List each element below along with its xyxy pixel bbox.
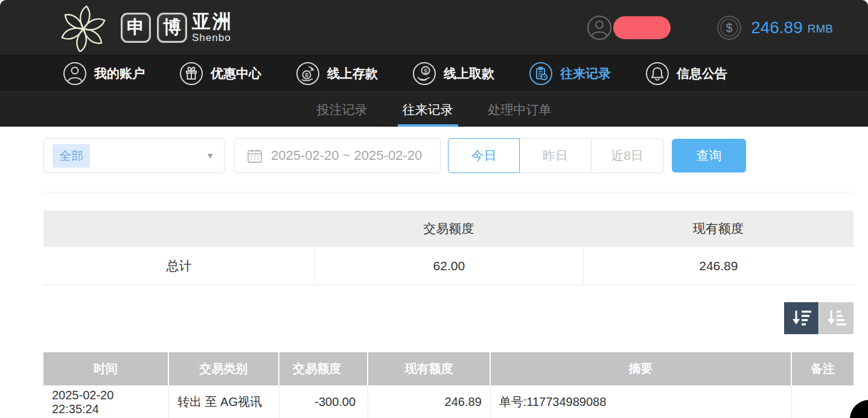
nav-label: 优惠中心 [211, 65, 261, 82]
nav-item-online-deposit[interactable]: 线上存款 [296, 62, 378, 86]
sort-ascending-button[interactable] [819, 302, 854, 334]
cell-balance: 246.89 [368, 385, 491, 418]
summary-header-balance: 现有额度 [583, 220, 854, 237]
summary-table: 交易额度 现有额度 总计 62.00 246.89 [43, 211, 854, 285]
filter-bar: 全部 ▼ 2025-02-20 ~ 2025-02-20 今日 昨日 近8日 查… [43, 138, 854, 173]
nav-item-my-account[interactable]: 我的账户 [63, 62, 145, 86]
transactions-table: 时间 交易类别 交易额度 现有额度 摘要 备注 2025-02-20 22:35… [43, 352, 854, 418]
cell-amount: -300.00 [279, 385, 369, 418]
summary-total-row: 总计 62.00 246.89 [43, 247, 854, 285]
logo-char-2: 博 [163, 15, 181, 40]
col-header-summary: 摘要 [491, 352, 792, 385]
date-range-input[interactable]: 2025-02-20 ~ 2025-02-20 [234, 138, 441, 173]
logo-subtitle: Shenbo [192, 33, 233, 43]
cell-type: 转出 至 AG视讯 [169, 385, 279, 418]
chevron-down-icon: ▼ [206, 151, 214, 160]
query-button[interactable]: 查询 [672, 139, 746, 173]
nav-label: 线上取款 [444, 65, 494, 82]
transactions-header-row: 时间 交易类别 交易额度 现有额度 摘要 备注 [43, 352, 854, 385]
main-nav: 我的账户 优惠中心 线上存款 [0, 55, 868, 92]
masked-username-pill [613, 16, 671, 39]
summary-header-trade: 交易额度 [314, 220, 583, 237]
tab-pending-orders[interactable]: 处理中订单 [485, 92, 555, 127]
nav-label: 信息公告 [677, 65, 727, 82]
top-header: 申 博 亚洲 Shenbo $ 246.89 RMB [0, 0, 868, 55]
tab-bet-records[interactable]: 投注记录 [313, 92, 371, 127]
section-divider [43, 192, 854, 192]
summary-header-row: 交易额度 现有额度 [43, 211, 854, 247]
user-account-area[interactable] [587, 15, 671, 40]
content-area: 全部 ▼ 2025-02-20 ~ 2025-02-20 今日 昨日 近8日 查… [0, 127, 868, 418]
record-tabs: 投注记录 往来记录 处理中订单 [0, 92, 868, 127]
col-header-note: 备注 [792, 352, 854, 385]
logo-char-box-1: 申 [121, 13, 151, 43]
nav-item-promotions[interactable]: 优惠中心 [179, 62, 261, 86]
range-yesterday-button[interactable]: 昨日 [520, 138, 592, 173]
cell-summary: 单号:117734989088 [491, 385, 792, 418]
logo-char-1: 申 [127, 15, 145, 40]
logo-char-box-2: 博 [157, 13, 187, 43]
balance-currency: RMB [808, 19, 833, 36]
promotions-icon [179, 62, 203, 86]
type-filter-select[interactable]: 全部 ▼ [43, 138, 225, 173]
col-header-type: 交易类别 [169, 352, 279, 385]
sort-controls [43, 302, 854, 334]
deposit-icon [296, 62, 320, 86]
svg-text:$: $ [424, 68, 427, 75]
quick-range-group: 今日 昨日 近8日 [448, 138, 663, 173]
nav-item-online-withdraw[interactable]: $ 线上取款 [412, 62, 494, 86]
svg-text:$: $ [726, 21, 733, 34]
nav-item-transaction-records[interactable]: 往来记录 [529, 62, 611, 86]
summary-total-trade: 62.00 [314, 247, 583, 285]
nav-label: 往来记录 [560, 65, 611, 82]
page: 申 博 亚洲 Shenbo $ 246.89 RMB [0, 0, 868, 418]
calendar-icon [247, 148, 263, 163]
nav-label: 我的账户 [94, 65, 145, 82]
sort-descending-icon [791, 309, 812, 328]
summary-total-label: 总计 [43, 247, 314, 285]
balance-amount: 246.89 [751, 18, 803, 37]
type-filter-chip[interactable]: 全部 [53, 144, 90, 168]
user-avatar-icon [587, 15, 612, 40]
summary-total-balance: 246.89 [583, 247, 854, 285]
records-icon [529, 62, 553, 86]
withdraw-icon: $ [412, 62, 436, 86]
table-row: 2025-02-20 22:35:24 转出 至 AG视讯 -300.00 24… [43, 385, 854, 418]
tab-label: 处理中订单 [488, 101, 552, 118]
balance-area[interactable]: $ 246.89 RMB [716, 15, 833, 40]
tab-label: 往来记录 [403, 101, 453, 118]
range-today-button[interactable]: 今日 [448, 138, 520, 173]
flower-logo-icon [59, 4, 107, 52]
col-header-time: 时间 [43, 352, 169, 385]
cell-note [792, 385, 854, 418]
range-last8days-button[interactable]: 近8日 [592, 138, 663, 173]
sort-descending-button[interactable] [784, 302, 819, 334]
cell-time: 2025-02-20 22:35:24 [43, 385, 169, 418]
tab-transaction-records[interactable]: 往来记录 [399, 92, 457, 127]
col-header-amount: 交易额度 [279, 352, 369, 385]
announcement-icon [645, 62, 669, 86]
account-icon [63, 62, 87, 86]
nav-item-announcements[interactable]: 信息公告 [645, 62, 727, 86]
dollar-coin-icon: $ [716, 15, 742, 40]
tab-label: 投注记录 [317, 101, 368, 118]
sort-ascending-icon [826, 309, 847, 328]
logo-region: 亚洲 [192, 12, 233, 31]
nav-label: 线上存款 [327, 65, 378, 82]
col-header-balance: 现有额度 [368, 352, 491, 385]
date-range-value: 2025-02-20 ~ 2025-02-20 [271, 148, 422, 163]
logo-text: 亚洲 Shenbo [192, 12, 233, 43]
